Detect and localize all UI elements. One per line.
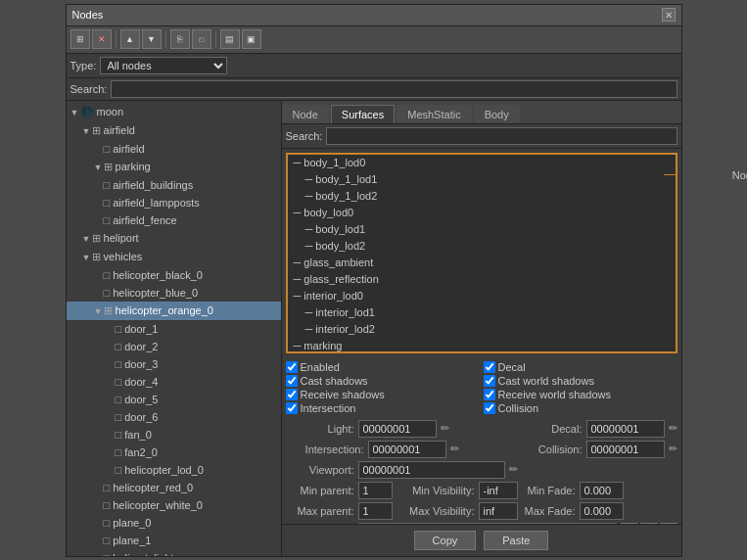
tree-item-airfield_lampposts[interactable]: □ airfield_lampposts xyxy=(67,194,281,211)
tree-item-door_6[interactable]: □ door_6 xyxy=(67,408,281,426)
surface-item-glass_reflection[interactable]: ─ glass_reflection xyxy=(288,271,676,288)
tree-item-helicopter_orange_0[interactable]: ▼⊞ helicopter_orange_0 xyxy=(67,302,281,320)
tree-item-fan_0[interactable]: □ fan_0 xyxy=(67,426,281,443)
tree-item-door_1[interactable]: □ door_1 xyxy=(67,320,281,338)
light-field-input[interactable] xyxy=(358,420,437,438)
surfaces-list: ─ body_1_lod0─ body_1_lod1─ body_1_lod2─… xyxy=(286,153,677,353)
surface-item-marking[interactable]: ─ marking xyxy=(288,338,676,353)
max-visibility-input[interactable] xyxy=(479,502,518,520)
receive-world-shadows-checkbox[interactable]: Receive world shadows xyxy=(484,389,677,400)
tree-item-airfield_sub[interactable]: □ airfield xyxy=(67,140,281,158)
tree-item-airfield[interactable]: ▼⊞ airfield xyxy=(67,121,281,140)
tree-item-door_4[interactable]: □ door_4 xyxy=(67,373,281,391)
viewport-edit-icon[interactable]: ✏ xyxy=(509,463,518,476)
paste-button[interactable]: Paste xyxy=(484,531,548,550)
tree-item-door_2[interactable]: □ door_2 xyxy=(67,338,281,355)
expand-all-btn[interactable]: ▤ xyxy=(220,29,240,49)
tree-item-fan2_0[interactable]: □ fan2_0 xyxy=(67,443,281,461)
properties-section: Enabled Decal Cast shadows Cast world sh… xyxy=(282,357,681,524)
decal-label: Decal xyxy=(498,361,526,373)
window-title: Nodes xyxy=(72,9,104,21)
tab-node[interactable]: Node xyxy=(282,105,329,123)
surface-item-glass_ambient[interactable]: ─ glass_ambient xyxy=(288,255,676,271)
surface-item-body_lod2[interactable]: ─ body_lod2 xyxy=(288,238,676,255)
max-parent-input[interactable] xyxy=(358,502,393,520)
right-search-label: Search: xyxy=(286,130,323,142)
tab-meshstatic[interactable]: MeshStatic xyxy=(397,105,471,123)
light-edit-icon[interactable]: ✏ xyxy=(441,422,449,435)
surface-item-interior_lod1[interactable]: ─ interior_lod1 xyxy=(288,304,676,321)
delete-node-btn[interactable]: ✕ xyxy=(92,29,112,49)
tree-item-airfield_buildings[interactable]: □ airfield_buildings xyxy=(67,176,281,194)
type-select[interactable]: All nodes xyxy=(100,57,227,74)
tree-item-helicopter_black_0[interactable]: □ helicopter_black_0 xyxy=(67,266,281,284)
tree-item-plane_0[interactable]: □ plane_0 xyxy=(67,514,281,532)
surface-item-body_1_lod2[interactable]: ─ body_1_lod2 xyxy=(288,188,676,205)
surface-item-body_lod0[interactable]: ─ body_lod0 xyxy=(288,205,676,221)
tree-item-heliport[interactable]: ▼⊞ heliport xyxy=(67,229,281,248)
min-fade-label: Min Fade: xyxy=(522,485,576,496)
viewport-input[interactable] xyxy=(358,461,505,479)
left-search-input[interactable] xyxy=(111,80,677,98)
tree-item-door_5[interactable]: □ door_5 xyxy=(67,391,281,408)
tab-body[interactable]: Body xyxy=(474,105,520,123)
tree-item-moon[interactable]: ▼🌑 moon xyxy=(67,103,281,121)
collision-checkbox[interactable]: Collision xyxy=(484,402,677,414)
enabled-checkbox[interactable]: Enabled xyxy=(286,361,480,373)
tree-item-door_3[interactable]: □ door_3 xyxy=(67,355,281,373)
decal-edit-icon[interactable]: ✏ xyxy=(669,422,677,435)
collapse-all-btn[interactable]: ▣ xyxy=(242,29,261,49)
collision-edit-icon[interactable]: ✏ xyxy=(669,443,677,455)
copy-node-btn[interactable]: ⎘ xyxy=(170,29,190,49)
copy-button[interactable]: Copy xyxy=(414,531,477,550)
cast-shadows-checkbox[interactable]: Cast shadows xyxy=(286,375,480,387)
cast-world-shadows-checkbox[interactable]: Cast world shadows xyxy=(484,375,677,387)
max-fade-input[interactable] xyxy=(580,502,624,520)
receive-shadows-label: Receive shadows xyxy=(301,389,385,400)
decal-field-input[interactable] xyxy=(586,420,665,438)
tab-surfaces[interactable]: Surfaces xyxy=(331,105,395,123)
min-fade-input[interactable] xyxy=(580,482,624,499)
tree-item-helicopter_red_0[interactable]: □ helicopter_red_0 xyxy=(67,479,281,496)
min-visibility-input[interactable] xyxy=(479,482,518,499)
surface-item-interior_lod2[interactable]: ─ interior_lod2 xyxy=(288,321,676,338)
tree-item-helicopter_blue_0[interactable]: □ helicopter_blue_0 xyxy=(67,284,281,302)
nodes-window: Nodes ✕ ⊞ ✕ ▲ ▼ ⎘ ⏍ ▤ ▣ Type: All nodes … xyxy=(66,4,682,557)
max-visibility-label: Max Visibility: xyxy=(397,505,475,517)
surface-item-body_lod1[interactable]: ─ body_lod1 xyxy=(288,221,676,238)
node-surfaces-label: Node Surfaces xyxy=(732,169,747,181)
tree-item-heliport_lights[interactable]: □ heliport_lights xyxy=(67,549,281,556)
tree-item-vehicles[interactable]: ▼⊞ vehicles xyxy=(67,248,281,266)
intersection-collision-row: Intersection: ✏ Collision: ✏ xyxy=(286,441,677,458)
paste-node-btn[interactable]: ⏍ xyxy=(192,29,211,49)
tree-item-helicopter_white_0[interactable]: □ helicopter_white_0 xyxy=(67,496,281,514)
viewport-label: Viewport: xyxy=(286,464,354,476)
surface-item-interior_lod0[interactable]: ─ interior_lod0 xyxy=(288,288,676,304)
enabled-label: Enabled xyxy=(301,361,340,373)
toolbar-sep-3 xyxy=(215,30,216,48)
max-parent-row: Max parent: Max Visibility: Max Fade: xyxy=(286,502,677,520)
toolbar-sep-1 xyxy=(116,30,117,48)
intersection-checkbox[interactable]: Intersection xyxy=(286,402,480,414)
tree-item-parking[interactable]: ▼⊞ parking xyxy=(67,158,281,176)
node-surfaces-line xyxy=(664,174,676,175)
new-node-btn[interactable]: ⊞ xyxy=(70,29,90,49)
move-down-btn[interactable]: ▼ xyxy=(142,29,162,49)
close-button[interactable]: ✕ xyxy=(662,8,676,22)
move-up-btn[interactable]: ▲ xyxy=(120,29,140,49)
collision-field-input[interactable] xyxy=(586,441,665,458)
cast-shadows-label: Cast shadows xyxy=(301,375,368,387)
receive-shadows-checkbox[interactable]: Receive shadows xyxy=(286,389,480,400)
tree-item-airfield_fence[interactable]: □ airfield_fence xyxy=(67,211,281,229)
right-search-input[interactable] xyxy=(326,127,677,145)
surface-item-body_1_lod0[interactable]: ─ body_1_lod0 xyxy=(288,155,676,171)
surface-item-body_1_lod1[interactable]: ─ body_1_lod1 xyxy=(288,171,676,188)
intersection-field-input[interactable] xyxy=(368,441,446,458)
right-panel: NodeSurfacesMeshStaticBody Search: ─ bod… xyxy=(282,101,681,556)
intersection-edit-icon[interactable]: ✏ xyxy=(450,443,459,455)
type-label: Type: xyxy=(70,60,97,71)
decal-checkbox[interactable]: Decal xyxy=(484,361,677,373)
min-parent-input[interactable] xyxy=(358,482,393,499)
tree-item-plane_1[interactable]: □ plane_1 xyxy=(67,532,281,549)
tree-item-helicopter_lod_0[interactable]: □ helicopter_lod_0 xyxy=(67,461,281,479)
